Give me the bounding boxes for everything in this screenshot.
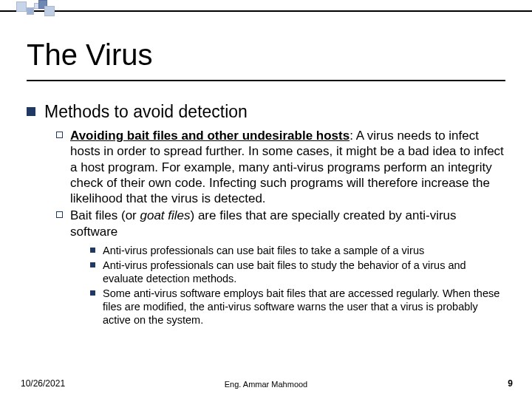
hollow-square-bullet-icon (56, 211, 63, 218)
hollow-square-bullet-icon (56, 132, 63, 138)
level2-text: Bait files (or goat files) are files tha… (70, 208, 505, 239)
level2-pre: Bait files (or (70, 208, 140, 222)
level3-text: Anti-virus professionals can use bait fi… (103, 259, 505, 285)
level3-text: Anti-virus professionals can use bait fi… (103, 244, 424, 257)
square-bullet-icon (90, 262, 95, 267)
square-bullet-icon (90, 248, 95, 253)
level3-text: Some anti-virus software employs bait fi… (103, 287, 505, 327)
level3-list: Anti-virus professionals can use bait fi… (90, 244, 505, 327)
ornament-square (16, 1, 27, 12)
footer-page-number: 9 (508, 378, 513, 389)
emphasized-term: Avoiding bait files and other undesirabl… (70, 129, 349, 143)
square-bullet-icon (27, 107, 35, 116)
title-underline (27, 80, 505, 81)
level3-item: Some anti-virus software employs bait fi… (90, 287, 505, 327)
level3-item: Anti-virus professionals can use bait fi… (90, 244, 505, 257)
ornament-square (27, 7, 34, 15)
top-rule (0, 10, 532, 12)
level2-item: Bait files (or goat files) are files tha… (56, 208, 505, 239)
content-area: Methods to avoid detection Avoiding bait… (27, 102, 505, 329)
level1-text: Methods to avoid detection (44, 102, 248, 122)
slide-title: The Virus (27, 38, 152, 72)
level1-item: Methods to avoid detection (27, 102, 505, 122)
ornament-square (44, 6, 55, 16)
top-decoration (0, 0, 532, 22)
level2-text: Avoiding bait files and other undesirabl… (70, 128, 505, 206)
italic-term: goat files (140, 208, 190, 222)
footer-author: Eng. Ammar Mahmood (0, 380, 532, 389)
square-bullet-icon (90, 290, 95, 296)
level2-list: Avoiding bait files and other undesirabl… (56, 128, 505, 327)
level3-item: Anti-virus professionals can use bait fi… (90, 259, 505, 285)
level2-item: Avoiding bait files and other undesirabl… (56, 128, 505, 206)
slide: The Virus Methods to avoid detection Avo… (0, 0, 532, 399)
